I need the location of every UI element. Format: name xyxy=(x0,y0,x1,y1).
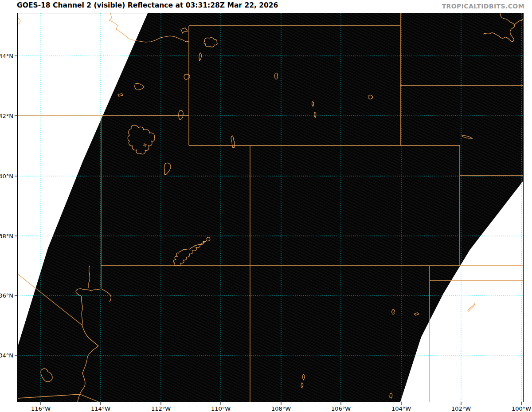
lon-tick-label: 114°W xyxy=(91,405,110,412)
lon-tick-label: 106°W xyxy=(331,405,351,412)
lon-tick-label: 110°W xyxy=(211,405,231,412)
lon-tick-label: 108°W xyxy=(271,405,291,412)
lat-tick-label: 38°N xyxy=(0,233,13,239)
latitude-axis-labels: 44°N 42°N 40°N 38°N 36°N 34°N xyxy=(0,53,13,359)
tropicaltidbits-watermark: TROPICALTIDBITS.COM xyxy=(442,3,524,10)
lon-tick-label: 100°W xyxy=(512,405,531,412)
lat-tick-label: 34°N xyxy=(0,352,13,359)
lat-tick-label: 42°N xyxy=(0,113,13,119)
lon-tick-label: 102°W xyxy=(451,405,471,412)
lat-tick-label: 36°N xyxy=(0,292,13,299)
page-title: GOES-18 Channel 2 (visible) Reflectance … xyxy=(17,1,278,9)
lat-tick-label: 40°N xyxy=(0,173,13,180)
lon-tick-label: 112°W xyxy=(151,405,171,412)
longitude-axis-labels: 116°W 114°W 112°W 110°W 108°W 106°W 104°… xyxy=(31,405,531,412)
lon-tick-label: 104°W xyxy=(391,405,411,412)
map-canvas: 44°N 42°N 40°N 38°N 36°N 34°N 116°W 114°… xyxy=(0,0,532,412)
satellite-map-figure: GOES-18 Channel 2 (visible) Reflectance … xyxy=(0,0,532,412)
lat-tick-label: 44°N xyxy=(0,53,13,59)
lon-tick-label: 116°W xyxy=(31,405,51,412)
